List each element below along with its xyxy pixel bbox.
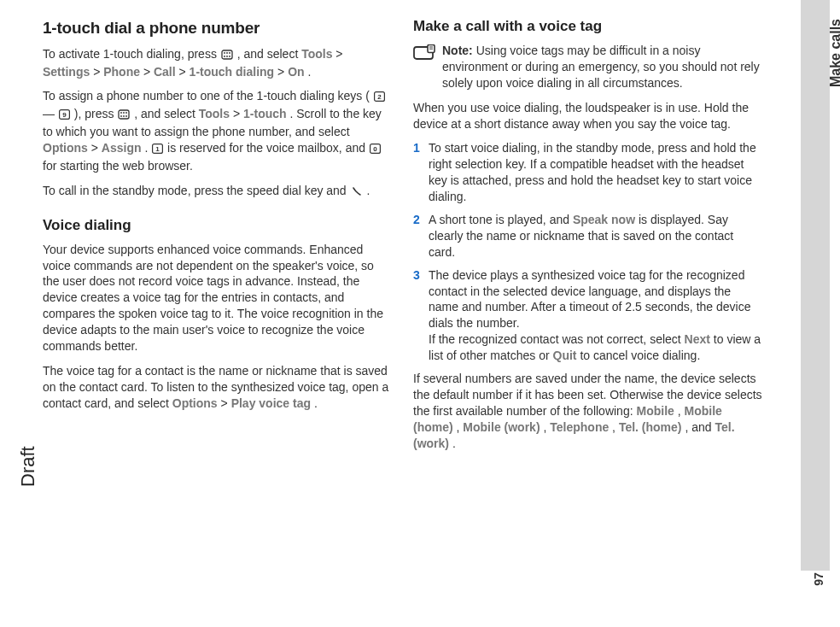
menu-key-icon xyxy=(221,48,233,64)
text: . xyxy=(307,65,311,79)
text: , xyxy=(678,404,685,418)
text: , xyxy=(612,420,619,434)
step-1: 1 To start voice dialing, in the standby… xyxy=(413,140,763,205)
svg-point-2 xyxy=(226,52,228,54)
svg-point-17 xyxy=(125,115,127,117)
text: Using voice tags may be difficult in a n… xyxy=(442,44,760,90)
ui-options: Options xyxy=(43,141,88,155)
ui-assign: Assign xyxy=(102,141,142,155)
text: > xyxy=(335,47,342,61)
step-number: 2 xyxy=(413,212,429,261)
note-text: Note: Using voice tags may be difficult … xyxy=(442,43,763,91)
para-assign: To assign a phone number to one of the 1… xyxy=(43,88,393,173)
key-1-icon: 1 xyxy=(152,142,163,158)
svg-rect-11 xyxy=(119,110,129,119)
text: , and select xyxy=(237,47,302,61)
page-content: 1-touch dial a phone number To activate … xyxy=(0,0,840,477)
ui-tools: Tools xyxy=(199,107,230,120)
heading-1touch: 1-touch dial a phone number xyxy=(43,17,393,39)
ui-speak-now: Speak now xyxy=(573,213,635,226)
para-voice-tag: The voice tag for a contact is the name … xyxy=(43,363,393,412)
svg-point-12 xyxy=(120,112,122,114)
para-loudspeaker: When you use voice dialing, the loudspea… xyxy=(413,100,763,132)
side-label: Make calls xyxy=(828,19,840,87)
ui-1touch-dialing: 1-touch dialing xyxy=(190,65,275,79)
ui-call: Call xyxy=(154,65,176,79)
page-number: 97 xyxy=(812,572,825,586)
ui-phone: Phone xyxy=(103,65,140,79)
text: The device plays a synthesized voice tag… xyxy=(429,268,750,331)
draft-watermark: Draft xyxy=(17,446,39,487)
svg-point-6 xyxy=(229,56,230,57)
step-text: A short tone is played, and Speak now is… xyxy=(429,212,763,261)
text: > xyxy=(221,396,231,410)
steps-list: 1 To start voice dialing, in the standby… xyxy=(413,140,763,364)
step-2: 2 A short tone is played, and Speak now … xyxy=(413,212,763,261)
right-column: Make a call with a voice tag Note: Using… xyxy=(413,17,763,460)
text: To assign a phone number to one of the 1… xyxy=(43,89,370,103)
note-label: Note: xyxy=(442,44,473,57)
ui-next: Next xyxy=(685,332,710,346)
ui-options: Options xyxy=(172,396,218,410)
text: To call in the standby mode, press the s… xyxy=(43,184,350,197)
ui-tel-home: Tel. (home) xyxy=(619,420,682,434)
text: . xyxy=(366,184,370,197)
svg-point-4 xyxy=(224,56,225,57)
ui-mobile-work: Mobile (work) xyxy=(463,420,540,434)
ui-tools: Tools xyxy=(301,47,332,61)
svg-text:9: 9 xyxy=(62,112,67,120)
para-call-standby: To call in the standby mode, press the s… xyxy=(43,183,393,201)
step-number: 1 xyxy=(413,140,429,205)
text: > xyxy=(277,65,288,79)
svg-point-3 xyxy=(229,52,230,54)
text: for starting the web browser. xyxy=(43,159,193,173)
ui-quit: Quit xyxy=(553,349,577,362)
step-number: 3 xyxy=(413,267,429,364)
left-column: 1-touch dial a phone number To activate … xyxy=(43,17,393,460)
text: > xyxy=(91,141,102,155)
ui-settings: Settings xyxy=(43,65,90,79)
ui-play-voice-tag: Play voice tag xyxy=(231,396,311,410)
svg-text:2: 2 xyxy=(377,94,382,102)
key-9-icon: 9 xyxy=(59,108,70,124)
ui-telephone: Telephone xyxy=(550,420,609,434)
svg-text:1: 1 xyxy=(155,145,160,153)
svg-point-5 xyxy=(226,56,228,57)
step-text: To start voice dialing, in the standby m… xyxy=(429,140,763,205)
svg-rect-0 xyxy=(222,50,232,59)
side-tab xyxy=(801,0,830,571)
text: > xyxy=(233,107,243,120)
text: . xyxy=(452,437,456,450)
text: to cancel voice dialing. xyxy=(580,349,700,362)
text: A short tone is played, and xyxy=(429,213,573,226)
heading-voice-dialing: Voice dialing xyxy=(43,216,393,236)
text: — xyxy=(43,107,58,120)
text: To activate 1-touch dialing, press xyxy=(43,47,220,61)
call-key-icon xyxy=(351,185,363,201)
ui-1touch: 1-touch xyxy=(243,107,287,120)
svg-point-1 xyxy=(224,52,225,54)
key-0-icon: 0 xyxy=(370,142,381,158)
key-2-icon: 2 xyxy=(374,90,385,106)
note-icon xyxy=(413,44,435,66)
text: > xyxy=(143,65,154,79)
text: > xyxy=(93,65,103,79)
text: If the recognized contact was not correc… xyxy=(429,332,685,346)
svg-point-15 xyxy=(120,115,122,117)
ui-on: On xyxy=(288,65,304,79)
para-activate: To activate 1-touch dialing, press , and… xyxy=(43,46,393,80)
menu-key-icon xyxy=(118,108,130,124)
heading-make-call-voice: Make a call with a voice tag xyxy=(413,17,763,37)
text: is reserved for the voice mailbox, and xyxy=(167,141,369,155)
para-several-numbers: If several numbers are saved under the n… xyxy=(413,371,763,451)
svg-text:0: 0 xyxy=(373,145,377,153)
text: . xyxy=(144,141,151,155)
text: ), press xyxy=(74,107,118,120)
text: , and select xyxy=(134,107,199,120)
ui-mobile: Mobile xyxy=(636,404,674,418)
note-block: Note: Using voice tags may be difficult … xyxy=(413,43,763,91)
svg-point-13 xyxy=(123,112,125,114)
svg-point-16 xyxy=(123,115,125,117)
text: , and xyxy=(685,420,715,434)
text: . xyxy=(314,396,318,410)
